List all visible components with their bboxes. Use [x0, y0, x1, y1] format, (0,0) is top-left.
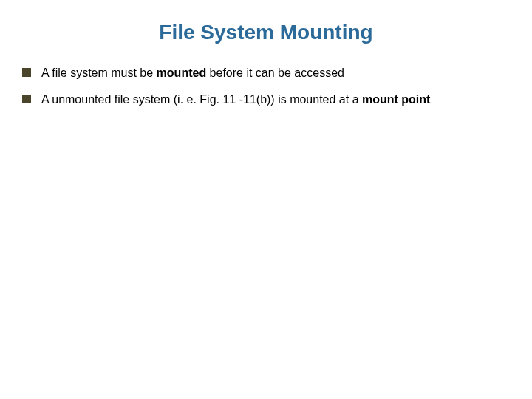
- bullet-list: A file system must be mounted before it …: [22, 65, 510, 107]
- square-bullet-icon: [22, 95, 31, 103]
- list-item: A unmounted file system (i. e. Fig. 11 -…: [22, 92, 505, 108]
- slide: File System Mounting A file system must …: [0, 0, 532, 399]
- square-bullet-icon: [22, 68, 31, 77]
- slide-title: File System Mounting: [22, 21, 510, 44]
- bullet-text-bold: mounted: [157, 66, 207, 79]
- bullet-text-bold: mount point: [362, 93, 430, 106]
- bullet-text-mid: before it can be accessed: [206, 66, 344, 79]
- bullet-text-pre: A file system must be: [41, 66, 157, 79]
- list-item: A file system must be mounted before it …: [22, 65, 505, 81]
- bullet-text-pre: A unmounted file system (i. e. Fig. 11 -…: [41, 93, 362, 106]
